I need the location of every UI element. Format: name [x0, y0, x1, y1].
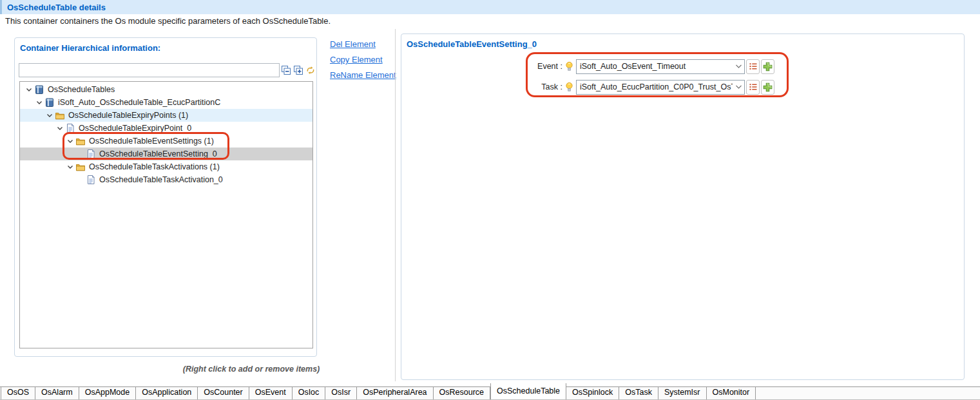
module-icon: [34, 84, 44, 95]
bulb-icon: [565, 61, 573, 72]
tab-osapplication[interactable]: OsApplication: [136, 386, 198, 399]
tab-osos[interactable]: OsOS: [1, 386, 35, 399]
chevron-down-icon[interactable]: [34, 97, 44, 108]
tab-osresource[interactable]: OsResource: [434, 386, 490, 399]
module-tab-bar: OsOSOsAlarmOsAppModeOsApplicationOsCount…: [0, 386, 980, 400]
tab-osscheduletable[interactable]: OsScheduleTable: [490, 383, 566, 399]
tab-osperipheralarea[interactable]: OsPeripheralArea: [357, 386, 433, 399]
tree-node-label: OsScheduleTableExpiryPoints (1): [68, 109, 188, 122]
twisty-spacer: [75, 149, 86, 159]
details-panel-title: OsScheduleTableEventSetting_0: [407, 39, 537, 49]
twisty-spacer: [75, 175, 86, 185]
tree-node[interactable]: OsScheduleTables: [20, 83, 312, 96]
container-hierarchy-panel: Container Hierarchical information: OsSc…: [14, 37, 317, 357]
page-header: OsScheduleTable details: [0, 0, 980, 14]
chevron-down-icon[interactable]: [55, 123, 65, 133]
tree-node-label: iSoft_Auto_OsScheduleTable_EcucPartition…: [58, 96, 220, 109]
tree-node[interactable]: iSoft_Auto_OsScheduleTable_EcucPartition…: [20, 96, 312, 109]
doc-icon: [65, 123, 75, 133]
field-combobox[interactable]: iSoft_Auto_OsEvent_Timeout: [576, 59, 745, 74]
tree-node-label: OsScheduleTableTaskActivations (1): [89, 160, 220, 173]
tree-toolbar: [281, 65, 316, 75]
chevron-down-icon[interactable]: [733, 85, 744, 89]
tree-node-label: OsScheduleTableExpiryPoint_0: [79, 122, 191, 135]
field-combobox[interactable]: iSoft_Auto_EcucPartition_C0P0_Trust_OsTa: [576, 80, 745, 95]
tree-node[interactable]: OsScheduleTableTaskActivation_0: [20, 173, 312, 186]
collapse-all-icon[interactable]: [281, 65, 291, 75]
del-element-link[interactable]: Del Element: [330, 39, 396, 49]
tab-osmonitor[interactable]: OsMonitor: [707, 386, 756, 399]
bulb-icon: [565, 82, 573, 93]
tree-node[interactable]: OsScheduleTableEventSettings (1): [20, 135, 312, 148]
tab-osioc[interactable]: OsIoc: [293, 386, 326, 399]
chevron-down-icon[interactable]: [24, 84, 34, 95]
hierarchy-tree: OsScheduleTablesiSoft_Auto_OsScheduleTab…: [19, 81, 313, 348]
combobox-value: iSoft_Auto_EcucPartition_C0P0_Trust_OsTa: [580, 82, 733, 91]
rename-element-link[interactable]: ReName Element: [330, 70, 396, 80]
folder-icon: [75, 136, 86, 146]
doc-icon: [86, 175, 96, 185]
hierarchy-panel-title: Container Hierarchical information:: [20, 43, 160, 53]
folder-icon: [75, 162, 86, 172]
doc-icon: [86, 149, 96, 159]
tree-node[interactable]: OsScheduleTableTaskActivations (1): [20, 160, 312, 173]
add-button[interactable]: [761, 80, 774, 95]
details-panel: OsScheduleTableEventSetting_0 Event :iSo…: [401, 33, 965, 380]
chevron-down-icon[interactable]: [65, 136, 75, 146]
page-title: OsScheduleTable details: [2, 3, 106, 12]
tree-node[interactable]: OsScheduleTableExpiryPoint_0: [20, 122, 312, 135]
expand-all-icon[interactable]: [293, 65, 303, 75]
tab-osisr[interactable]: OsIsr: [325, 386, 357, 399]
folder-icon: [55, 110, 65, 120]
tab-osappmode[interactable]: OsAppMode: [79, 386, 136, 399]
tree-node-label: OsScheduleTables: [48, 83, 115, 96]
tree-filter-input[interactable]: [19, 63, 280, 77]
tab-osspinlock[interactable]: OsSpinlock: [566, 386, 619, 399]
page-description: This container containers the Os module …: [5, 16, 331, 26]
list-picker-button[interactable]: [746, 59, 760, 74]
combobox-value: iSoft_Auto_OsEvent_Timeout: [580, 62, 733, 71]
module-icon: [44, 97, 55, 108]
list-picker-button[interactable]: [746, 80, 760, 95]
tree-node-label: OsScheduleTableEventSetting_0: [99, 148, 217, 160]
add-button[interactable]: [761, 59, 774, 74]
tab-ostask[interactable]: OsTask: [619, 386, 658, 399]
tree-node[interactable]: OsScheduleTableExpiryPoints (1): [20, 109, 312, 122]
field-label: Event :: [401, 62, 562, 71]
chevron-down-icon[interactable]: [65, 162, 75, 172]
refresh-icon[interactable]: [305, 65, 316, 75]
tab-osalarm[interactable]: OsAlarm: [35, 386, 79, 399]
tree-node-label: OsScheduleTableEventSettings (1): [89, 135, 214, 148]
right-click-hint: (Right click to add or remove items): [103, 365, 399, 374]
tree-node[interactable]: OsScheduleTableEventSetting_0: [20, 148, 312, 160]
form-row: Event :iSoft_Auto_OsEvent_Timeout: [401, 59, 774, 74]
field-label: Task :: [401, 82, 562, 91]
form-row: Task :iSoft_Auto_EcucPartition_C0P0_Trus…: [401, 79, 774, 95]
tab-systemisr[interactable]: SystemIsr: [658, 386, 707, 399]
chevron-down-icon[interactable]: [44, 110, 55, 120]
element-actions: Del Element Copy Element ReName Element: [330, 39, 396, 80]
tab-osevent[interactable]: OsEvent: [249, 386, 293, 399]
panel-splitter[interactable]: [395, 29, 396, 381]
chevron-down-icon[interactable]: [733, 64, 744, 68]
copy-element-link[interactable]: Copy Element: [330, 55, 396, 64]
tree-node-label: OsScheduleTableTaskActivation_0: [99, 173, 223, 186]
tab-oscounter[interactable]: OsCounter: [198, 386, 249, 399]
